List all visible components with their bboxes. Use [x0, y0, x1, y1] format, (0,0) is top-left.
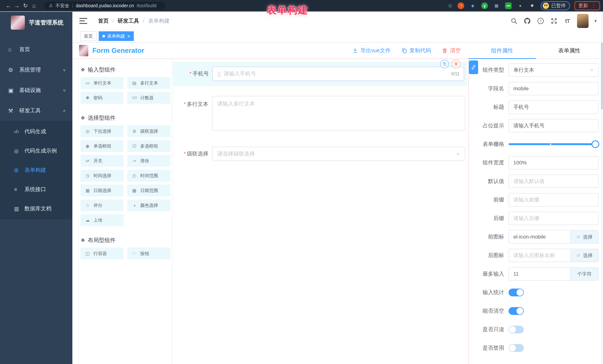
- component-item-行容器[interactable]: ◫行容器: [81, 248, 124, 259]
- prop-select[interactable]: 单行文本∨: [509, 63, 599, 77]
- ext-leaf-icon[interactable]: ●: [517, 2, 524, 9]
- security-label[interactable]: 不安全: [56, 3, 70, 9]
- component-item-评分[interactable]: ☆评分: [81, 199, 124, 211]
- tab-首页[interactable]: 首页: [80, 31, 96, 41]
- component-item-开关[interactable]: ⇌开关: [81, 155, 124, 167]
- prop-input[interactable]: 11: [509, 267, 570, 281]
- component-item-计数器[interactable]: 123计数器: [127, 92, 170, 104]
- ext-grid-icon[interactable]: ▦: [493, 2, 500, 9]
- field-row-级联选择[interactable]: *级联选择请选择级联选择∨: [172, 147, 468, 161]
- component-item-日期范围[interactable]: ▩日期范围: [127, 185, 170, 197]
- scrollbar-thumb[interactable]: [601, 43, 603, 109]
- avatar[interactable]: [577, 14, 589, 28]
- ext-puzzle-icon[interactable]: ❖: [529, 2, 535, 9]
- component-item-按钮[interactable]: ☞按钮: [127, 248, 170, 259]
- textarea-input[interactable]: 请输入多行文本: [212, 96, 465, 131]
- app-logo-row[interactable]: 芋道管理系统: [0, 12, 72, 33]
- chevron-down-icon[interactable]: ▾: [594, 18, 597, 23]
- field-row-多行文本[interactable]: *多行文本请输入多行文本: [172, 96, 468, 131]
- tab-表单构建[interactable]: 表单构建×: [99, 31, 134, 41]
- component-item-日期选择[interactable]: ▦日期选择: [81, 185, 124, 197]
- prop-input[interactable]: 手机号: [509, 100, 599, 114]
- component-item-级联选择[interactable]: ≣级联选择: [127, 125, 170, 137]
- update-button[interactable]: 更新 ⋮: [574, 1, 600, 10]
- sidebar-item-system[interactable]: ⚙系统管理∨: [0, 60, 72, 80]
- help-icon[interactable]: ?: [537, 17, 544, 25]
- breadcrumb-item[interactable]: 研发工具: [118, 17, 139, 25]
- github-icon[interactable]: [524, 17, 531, 25]
- switch-icon: ⇌: [84, 158, 91, 164]
- component-item-单行文本[interactable]: ▭单行文本: [81, 77, 124, 89]
- sidebar-subitem-codegen[interactable]: ‹/›代码生成: [0, 122, 72, 141]
- prop-input[interactable]: 请输入前缀: [509, 193, 599, 207]
- switch-输入统计[interactable]: [509, 288, 524, 296]
- prop-input[interactable]: 请输入后缀: [509, 212, 599, 225]
- sidebar-item-infra[interactable]: ▣基础设施∨: [0, 80, 72, 100]
- copy-button[interactable]: 复制代码: [401, 47, 431, 54]
- browser-menu-dots-icon[interactable]: ⋮: [591, 3, 596, 9]
- prop-input[interactable]: el-icon-mobile: [509, 230, 570, 243]
- search-icon[interactable]: [510, 17, 518, 25]
- selected-field-手机号[interactable]: *手机号▯请输入手机号0/11: [173, 62, 467, 86]
- component-item-多行文本[interactable]: ▤多行文本: [127, 77, 170, 89]
- component-item-密码[interactable]: ✱密码: [81, 92, 124, 104]
- ext-green-y-icon[interactable]: y: [481, 2, 488, 9]
- fontsize-icon[interactable]: tT: [564, 17, 571, 25]
- component-item-时间范围[interactable]: ◴时间范围: [127, 170, 170, 182]
- select-icon-button[interactable]: ☞选择: [570, 230, 599, 243]
- select-icon-button[interactable]: ☞选择: [570, 249, 599, 262]
- slider-icon: ⊸: [131, 158, 138, 164]
- prop-row-占位提示: 占位提示请输入手机号: [468, 119, 599, 132]
- text-input[interactable]: ▯请输入手机号: [212, 67, 464, 81]
- bookmark-star-icon[interactable]: ☆: [448, 2, 453, 9]
- fullscreen-icon[interactable]: [550, 17, 558, 25]
- switch-是否只读[interactable]: [509, 326, 524, 333]
- slider-handle[interactable]: [591, 140, 599, 148]
- component-item-滑块[interactable]: ⊸滑块: [127, 155, 170, 167]
- sidebar-subitem-db-doc[interactable]: ▥数据库文档: [0, 199, 72, 218]
- switch-能否清空[interactable]: [509, 307, 524, 315]
- sidebar-subitem-api[interactable]: ≡系统接口: [0, 180, 72, 199]
- cascader-input[interactable]: 请选择级联选择∨: [212, 147, 465, 161]
- component-item-颜色选择[interactable]: ◑颜色选择: [127, 199, 170, 211]
- close-icon[interactable]: ×: [127, 34, 130, 39]
- ext-on-badge-icon[interactable]: on: [505, 2, 512, 9]
- sidebar-subitem-form-build[interactable]: ⊞表单构建: [0, 161, 72, 180]
- tab-表单属性[interactable]: 表单属性: [536, 43, 603, 59]
- prop-input[interactable]: 请输入手机号: [509, 119, 599, 132]
- ext-gem-icon[interactable]: ◆: [469, 2, 476, 9]
- component-item-时间选择[interactable]: ◷时间选择: [81, 170, 124, 182]
- url-bar[interactable]: ⚠ 不安全 | dashboard.yudao.iocoder.cn/tool/…: [45, 2, 165, 10]
- field-link-button[interactable]: [469, 60, 478, 74]
- sidebar-item-home[interactable]: ⌂首页: [0, 39, 72, 60]
- tab-组件属性[interactable]: 组件属性: [468, 43, 536, 59]
- sidebar-subitem-codegen-demo[interactable]: ◎代码生成示例: [0, 141, 72, 161]
- profile-paused-badge[interactable]: 已暂停: [541, 1, 570, 10]
- component-item-上传[interactable]: ☁上传: [81, 214, 124, 226]
- forward-icon[interactable]: →: [13, 3, 21, 9]
- component-item-单选框组[interactable]: ◉单选框组: [81, 140, 124, 152]
- form-canvas[interactable]: *手机号▯请输入手机号0/11*多行文本请输入多行文本*级联选择请选择级联选择∨: [172, 59, 468, 364]
- ext-orange-ring-icon[interactable]: ◔: [458, 2, 464, 9]
- home-icon[interactable]: ⌂: [30, 3, 38, 9]
- sidebar-item-tools[interactable]: ⚒研发工具∧: [0, 100, 72, 121]
- component-item-下拉选择[interactable]: ◎下拉选择: [81, 125, 124, 137]
- component-label: 级联选择: [140, 128, 158, 134]
- reload-icon[interactable]: ↻: [21, 2, 30, 9]
- sidebar-item-label: 研发工具: [19, 107, 41, 114]
- switch-是否禁用[interactable]: [509, 344, 524, 352]
- breadcrumb-item[interactable]: 首页: [98, 17, 109, 25]
- copy-field-button[interactable]: [440, 60, 449, 68]
- prop-input[interactable]: 请输入默认值: [509, 175, 599, 188]
- prop-input[interactable]: 请输入后图标名称: [509, 249, 570, 262]
- component-item-多选框组[interactable]: ☑多选框组: [127, 140, 170, 152]
- grid-slider[interactable]: [509, 138, 599, 151]
- clear-button[interactable]: 清空: [442, 47, 461, 54]
- back-icon[interactable]: ←: [4, 3, 13, 9]
- hamburger-menu-icon[interactable]: [79, 18, 87, 24]
- prop-input[interactable]: mobile: [509, 82, 599, 95]
- delete-field-button[interactable]: [452, 60, 460, 68]
- page-scrollbar[interactable]: [601, 12, 603, 364]
- prop-input[interactable]: 100%: [509, 156, 599, 169]
- export-button[interactable]: 导出vue文件: [352, 47, 391, 54]
